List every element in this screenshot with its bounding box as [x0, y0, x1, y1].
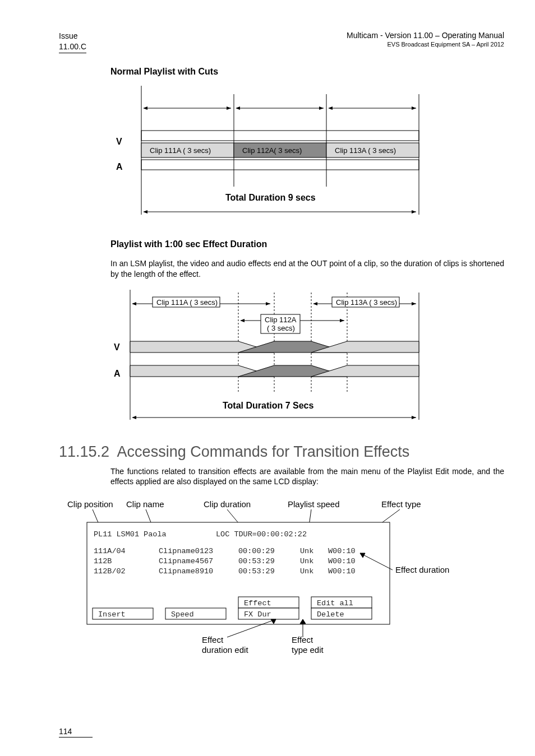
- r2-name: Clipname4567: [159, 557, 213, 565]
- lcd-title: PL11 LSM01 Paola: [94, 530, 167, 539]
- total-duration-2: Total Duration 7 Secs: [223, 401, 314, 410]
- annot-clip-duration: Clip duration: [204, 499, 251, 509]
- issue-label: Issue: [59, 31, 77, 40]
- clip1-label: Clip 111A ( 3 secs): [150, 146, 211, 155]
- effect-paragraph: In an LSM playlist, the video and audio …: [110, 258, 504, 280]
- issue-block: Issue 11.00.C: [59, 31, 86, 53]
- annot-eff-dur-edit2: duration edit: [202, 645, 248, 655]
- r1-fx: W00:10: [328, 547, 356, 555]
- doc-title: Multicam - Version 11.00 – Operating Man…: [347, 31, 504, 41]
- btn-fxdur: FX Dur: [244, 610, 271, 619]
- v-label-2: V: [114, 342, 120, 352]
- a-label-2: A: [114, 369, 121, 378]
- page-number: 114: [59, 727, 93, 738]
- r2-fx: W00:10: [328, 557, 356, 565]
- a-label: A: [116, 162, 123, 171]
- doc-subtitle: EVS Broadcast Equipment SA – April 2012: [347, 41, 504, 49]
- r1-name: Clipname0123: [159, 547, 213, 555]
- r1-spd: Unk: [300, 547, 313, 555]
- svg-rect-7: [141, 131, 419, 141]
- btn-speed: Speed: [171, 610, 194, 619]
- subheading-effect-playlist: Playlist with 1:00 sec Effect Duration: [110, 239, 504, 249]
- btn-effect: Effect: [244, 599, 271, 607]
- annot-eff-type-edit1: Effect: [292, 635, 313, 644]
- lcd-diagram: Clip position Clip name Clip duration Pl…: [59, 497, 504, 665]
- annot-effect-duration: Effect duration: [395, 565, 449, 574]
- r3-name: Clipname8910: [159, 567, 213, 576]
- clip2bb-label: ( 3 secs): [267, 324, 295, 332]
- clip3-label: Clip 113A ( 3 secs): [335, 146, 396, 155]
- svg-rect-11: [141, 160, 419, 170]
- r1-pos: 111A/04: [94, 547, 126, 555]
- total-duration-1: Total Duration 9 secs: [225, 193, 316, 202]
- r3-fx: W00:10: [328, 567, 356, 576]
- section-title: Accessing Commands for Transition Effect…: [117, 443, 410, 460]
- r3-pos: 112B/02: [94, 567, 126, 576]
- r1-dur: 00:00:29: [238, 547, 275, 555]
- subheading-normal-playlist: Normal Playlist with Cuts: [110, 67, 504, 77]
- annot-eff-dur-edit1: Effect: [202, 635, 224, 644]
- clip2ba-label: Clip 112A: [265, 316, 297, 324]
- r3-spd: Unk: [300, 567, 313, 576]
- r2-spd: Unk: [300, 557, 313, 565]
- diagram-normal-playlist: V A Clip 111A ( 3 secs) Clip 112A( 3 sec…: [110, 86, 504, 226]
- annot-effect-type: Effect type: [381, 499, 421, 509]
- section-heading-11-15-2: 11.15.2 Accessing Commands for Transitio…: [59, 443, 504, 461]
- clip3b-label: Clip 113A ( 3 secs): [336, 298, 397, 307]
- r3-dur: 00:53:29: [238, 567, 275, 576]
- page-header: Issue 11.00.C Multicam - Version 11.00 –…: [59, 31, 504, 53]
- section-number: 11.15.2: [59, 443, 109, 460]
- v-label: V: [116, 137, 122, 146]
- r2-dur: 00:53:29: [238, 557, 275, 565]
- doc-title-block: Multicam - Version 11.00 – Operating Man…: [347, 31, 504, 48]
- diagram-effect-playlist: Clip 111A ( 3 secs) Clip 113A ( 3 secs) …: [110, 290, 504, 430]
- lcd-loc: LOC TDUR=00:00:02:22: [216, 530, 307, 539]
- btn-delete: Delete: [317, 610, 344, 619]
- annot-clip-position: Clip position: [67, 499, 113, 509]
- annot-clip-name: Clip name: [126, 499, 164, 509]
- issue-value: 11.00.C: [59, 42, 86, 51]
- r2-pos: 112B: [94, 557, 112, 565]
- btn-editall: Edit all: [317, 599, 353, 607]
- clip1b-label: Clip 111A ( 3 secs): [156, 298, 218, 307]
- btn-insert: Insert: [98, 610, 126, 619]
- annot-playlist-speed: Playlist speed: [288, 499, 340, 509]
- annot-eff-type-edit2: type edit: [292, 645, 324, 655]
- clip2-label: Clip 112A( 3 secs): [242, 146, 302, 155]
- section3-paragraph: The functions related to transition effe…: [110, 466, 504, 488]
